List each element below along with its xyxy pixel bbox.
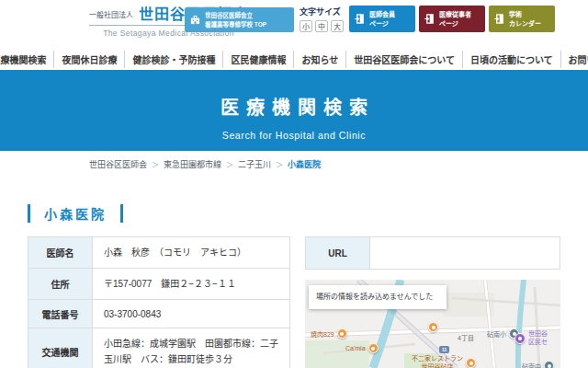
row-label: 医師名: [28, 237, 93, 268]
nav-item-medical-search[interactable]: 医療機関検索: [0, 51, 53, 68]
breadcrumb-line[interactable]: 東急田園都市線: [164, 158, 221, 170]
academic-line2: カレンダー: [509, 20, 541, 27]
restaurant-marker-icon: [368, 343, 379, 353]
row-label: URL: [306, 237, 370, 269]
location-map[interactable]: 野川 場所の情報を読み込めませんでした 焼肉829 Ca'mia 11 4丁目 …: [305, 280, 560, 368]
restaurant-marker-icon: [337, 328, 347, 339]
table-row-doctor-name: 医師名 小森 秋彦 （コモリ アキヒコ）: [28, 236, 290, 269]
clinic-name: 小森医院: [44, 204, 107, 223]
nursing-school-top-button[interactable]: 世田谷区医師会立 看護高等専修学校 TOP: [185, 7, 294, 32]
login-door-icon: [355, 11, 365, 28]
poi-kinutaminami-junior-high[interactable]: 砧南中: [522, 361, 554, 368]
nav-item-night-holiday[interactable]: 夜間休日診療: [53, 51, 124, 68]
breadcrumb-station[interactable]: 二子玉川: [238, 158, 271, 170]
global-nav: 医療機関検索 夜間休日診療 健診検診・予防接種 区民健康情報 お知らせ 世田谷区…: [0, 48, 588, 70]
row-label: 住所: [28, 269, 93, 299]
font-size-label: 文字サイズ: [300, 6, 344, 17]
poi-unlabeled-restaurant[interactable]: [428, 322, 438, 332]
nav-item-news[interactable]: お知らせ: [293, 51, 345, 68]
table-row-url: URL: [305, 236, 560, 270]
font-size-large-button[interactable]: 大: [331, 20, 344, 32]
clinic-url-row: URL: [305, 237, 560, 270]
community-center-marker-icon: [514, 333, 526, 344]
login-door-icon: [424, 11, 435, 28]
school-button-line1: 世田谷区医師会立: [205, 12, 253, 18]
poi-camia[interactable]: Ca'mia: [345, 343, 379, 353]
row-value: 小田急線：成城学園駅 田園都市線：二子玉川駅 バス：鎌田町徒歩３分: [93, 328, 289, 368]
academic-calendar-button[interactable]: 学術カレンダー: [489, 6, 555, 32]
school-button-line2: 看護高等専修学校 TOP: [205, 21, 266, 28]
heading-accent-bar: [120, 204, 123, 223]
nav-item-citizen-health[interactable]: 区民健康情報: [222, 51, 293, 68]
table-row-address: 住所 〒157-0077 鎌田２−２３−１１: [28, 268, 290, 300]
restaurant-marker-icon: [466, 358, 476, 368]
table-row-phone: 電話番号 03-3700-0843: [28, 299, 290, 328]
heading-accent-bar: [28, 204, 30, 223]
row-value: 〒157-0077 鎌田２−２３−１１: [93, 269, 289, 299]
row-value: 03-3700-0843: [93, 300, 289, 328]
login-door-icon: [494, 11, 504, 28]
font-size-small-button[interactable]: 小: [300, 20, 312, 32]
map-error-message: 場所の情報を読み込めませんでした: [309, 285, 447, 309]
nav-item-about[interactable]: 世田谷区医師会について: [345, 51, 462, 68]
breadcrumb-separator: ＞: [226, 159, 233, 169]
member-page-button[interactable]: 医師会員ページ: [349, 6, 415, 32]
clinic-info-table: 医師名 小森 秋彦 （コモリ アキヒコ） 住所 〒157-0077 鎌田２−２３…: [28, 237, 290, 368]
font-size-control: 文字サイズ 小 中 大: [300, 6, 344, 32]
worker-page-line1: 医療従事者: [439, 11, 471, 17]
breadcrumb-separator: ＞: [152, 159, 159, 169]
poi-community-center[interactable]: 世田谷区民セ: [514, 330, 548, 347]
map-area-label-4chome: 4丁目: [458, 333, 474, 342]
poi-fujiya-restaurant[interactable]: 不二家レストラン世田谷砧店: [412, 355, 476, 368]
org-type-label: 一般社団法人: [89, 9, 133, 22]
breadcrumb: 世田谷区医師会 ＞ 東急田園都市線 ＞ 二子玉川 ＞ 小森医院: [89, 158, 321, 170]
breadcrumb-home[interactable]: 世田谷区医師会: [89, 158, 147, 170]
nav-item-contact[interactable]: お問い合わせ: [560, 51, 588, 68]
page-title: 医療機関検索: [0, 70, 588, 120]
font-size-medium-button[interactable]: 中: [315, 20, 328, 32]
clinic-heading: 小森医院: [28, 204, 123, 223]
breadcrumb-current: 小森医院: [288, 158, 321, 170]
url-value: [370, 237, 560, 269]
member-page-line2: ページ: [369, 20, 389, 27]
hospital-building-icon: [190, 12, 200, 29]
hero-banner: 医療機関検索 Search for Hospital and Clinic: [0, 70, 588, 151]
table-row-transport: 交通機関 小田急線：成城学園駅 田園都市線：二子玉川駅 バス：鎌田町徒歩３分: [28, 328, 290, 368]
nav-item-activities[interactable]: 日頃の活動について: [462, 51, 560, 68]
academic-line1: 学術: [509, 11, 522, 17]
poi-yakiniku829[interactable]: 焼肉829: [311, 328, 347, 339]
page-subtitle: Search for Hospital and Clinic: [0, 130, 588, 141]
worker-page-line2: ページ: [439, 20, 458, 27]
breadcrumb-separator: ＞: [276, 159, 283, 169]
row-label: 電話番号: [28, 300, 93, 328]
medical-worker-page-button[interactable]: 医療従事者ページ: [419, 6, 485, 32]
restaurant-marker-icon: [428, 322, 438, 332]
route-shield: 11: [439, 346, 449, 353]
nav-item-checkup-vaccine[interactable]: 健診検診・予防接種: [124, 51, 222, 68]
row-value: 小森 秋彦 （コモリ アキヒコ）: [93, 237, 289, 268]
site-header: 一般社団法人 世田谷区医師会 The Setagaya Medical Asso…: [0, 0, 588, 48]
row-label: 交通機関: [28, 328, 93, 368]
school-marker-icon: [544, 361, 554, 368]
member-page-line1: 医師会員: [369, 11, 395, 17]
